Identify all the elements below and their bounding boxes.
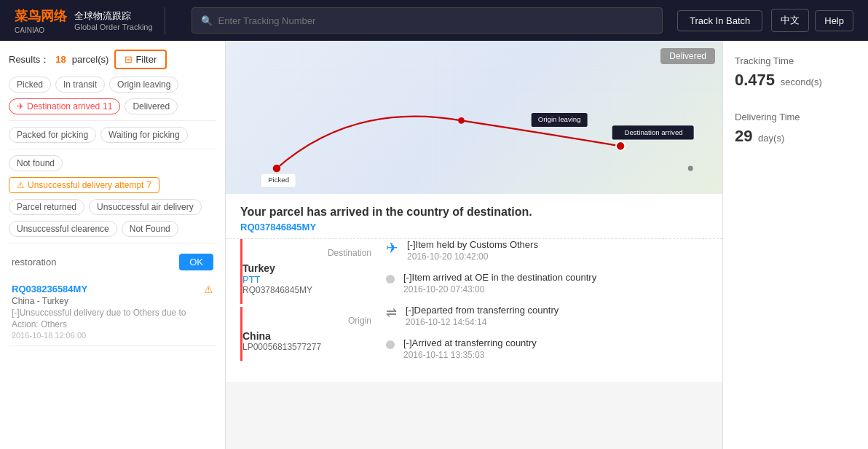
tag-unsuccessful[interactable]: ⚠ Unsuccessful delivery attempt 7 bbox=[9, 177, 159, 193]
tag-not-found-2[interactable]: Not Found bbox=[122, 221, 178, 237]
svg-point-3 bbox=[616, 141, 625, 150]
unsuccessful-label: Unsuccessful delivery attempt bbox=[28, 180, 143, 190]
event-details-2: [-]Item arrived at OE in the destination… bbox=[403, 272, 596, 294]
search-bar[interactable]: 🔍 bbox=[192, 7, 663, 34]
warning-icon: ⚠ bbox=[17, 180, 25, 190]
tag-in-transit[interactable]: In transit bbox=[55, 77, 105, 93]
dest-section: Destination Turkey PTT RQ037846845MY bbox=[240, 239, 371, 304]
main-layout: Results： 18 parcel(s) ⊟ Filter Picked In… bbox=[0, 41, 868, 449]
tag-origin-leaving[interactable]: Origin leaving bbox=[109, 77, 178, 93]
destination-label: Destination bbox=[242, 248, 371, 258]
subtitle-cn: 全球物流跟踪 bbox=[74, 9, 153, 23]
main-tracking-number: RQ037846845MY bbox=[240, 222, 708, 233]
destination-country: Turkey bbox=[242, 262, 371, 274]
tag-row-dest: ✈ Destination arrived 11 Delivered bbox=[9, 98, 216, 114]
svg-rect-0 bbox=[226, 50, 722, 184]
tracking-time-section: Tracking Time 0.475 second(s) bbox=[735, 55, 856, 90]
search-icon: 🔍 bbox=[201, 15, 213, 26]
event-text-2: [-]Item arrived at OE in the destination… bbox=[403, 272, 596, 283]
content-body: Destination Turkey PTT RQ037846845MY Ori… bbox=[226, 239, 722, 382]
tag-picked[interactable]: Picked bbox=[9, 77, 51, 93]
help-button[interactable]: Help bbox=[815, 10, 853, 31]
parcel-time: 2016-10-18 12:06:00 bbox=[12, 331, 213, 340]
dest-arrived-label: Destination arrived bbox=[27, 101, 100, 112]
info-title: Your parcel has arrived in the country o… bbox=[240, 206, 708, 219]
divider-1 bbox=[9, 120, 216, 121]
event-item-2: [-]Item arrived at OE in the destination… bbox=[386, 272, 708, 294]
event-details-3: [-]Departed from transferring country 20… bbox=[406, 305, 559, 327]
tag-row-1: Picked In transit Origin leaving bbox=[9, 77, 216, 93]
event-time-3: 2016-10-12 14:54:14 bbox=[406, 317, 559, 327]
delivered-badge: Delivered bbox=[660, 48, 715, 64]
ok-button[interactable]: OK bbox=[179, 254, 213, 270]
event-text-4: [-]Arrived at transferring country bbox=[403, 337, 537, 348]
tracking-time-label: Tracking Time bbox=[735, 55, 856, 66]
results-bar: Results： 18 parcel(s) ⊟ Filter bbox=[9, 50, 216, 69]
tag-parcel-returned[interactable]: Parcel returned bbox=[9, 199, 84, 215]
search-input[interactable] bbox=[218, 15, 653, 26]
tag-air-delivery[interactable]: Unsuccessful air delivery bbox=[89, 199, 202, 215]
map-area: Picked Origin leaving Destination arrive… bbox=[226, 41, 722, 194]
delivering-time-value-row: 29 day(s) bbox=[735, 127, 856, 146]
center-area: Picked Origin leaving Destination arrive… bbox=[226, 41, 722, 449]
tag-row-unsuccessful: ⚠ Unsuccessful delivery attempt 7 bbox=[9, 177, 216, 193]
logo-en: CAINIAO bbox=[15, 26, 67, 34]
svg-text:Picked: Picked bbox=[268, 176, 289, 184]
tracking-time-value-row: 0.475 second(s) bbox=[735, 71, 856, 90]
event-item-3: ⇌ [-]Departed from transferring country … bbox=[386, 305, 708, 327]
parcel-warning-icon: ⚠ bbox=[204, 284, 213, 295]
info-panel: Your parcel has arrived in the country o… bbox=[226, 194, 722, 239]
tag-row-3: Parcel returned Unsuccessful air deliver… bbox=[9, 199, 216, 215]
event-dot-4 bbox=[386, 340, 395, 349]
language-button[interactable]: 中文 bbox=[771, 9, 809, 32]
event-item-4: [-]Arrived at transferring country 2016-… bbox=[386, 337, 708, 360]
tag-clearence[interactable]: Unsuccessful clearence bbox=[9, 221, 117, 237]
restore-bar: restoration OK bbox=[9, 249, 216, 275]
header: 菜鸟网络 CAINIAO 全球物流跟踪 Global Order Trackin… bbox=[0, 0, 868, 41]
event-details-1: [-]Item held by Customs Others 2016-10-2… bbox=[407, 239, 538, 262]
filter-label: Filter bbox=[135, 54, 157, 65]
filter-button[interactable]: ⊟ Filter bbox=[114, 50, 167, 69]
event-time-4: 2016-10-11 13:35:03 bbox=[403, 350, 537, 360]
delivering-time-section: Delivering Time 29 day(s) bbox=[735, 112, 856, 146]
tag-row-2: Packed for picking Waiting for picking bbox=[9, 127, 216, 143]
event-time-1: 2016-10-20 10:42:00 bbox=[407, 251, 538, 262]
destination-tracking: RQ037846845MY bbox=[242, 285, 371, 295]
svg-text:Destination arrived: Destination arrived bbox=[625, 128, 683, 136]
logo: 菜鸟网络 CAINIAO bbox=[15, 7, 67, 34]
origin-tracking: LP00056813577277 bbox=[242, 342, 371, 352]
map-route-svg: Picked Origin leaving Destination arrive… bbox=[226, 41, 722, 194]
destination-origin-col: Destination Turkey PTT RQ037846845MY Ori… bbox=[240, 239, 371, 370]
tag-packed[interactable]: Packed for picking bbox=[9, 127, 96, 143]
event-text-3: [-]Departed from transferring country bbox=[406, 305, 559, 316]
tag-destination-arrived[interactable]: ✈ Destination arrived 11 bbox=[9, 98, 120, 114]
results-label: Results： bbox=[9, 53, 50, 66]
parcel-desc2: Action: Others bbox=[12, 319, 213, 329]
tag-delivered[interactable]: Delivered bbox=[125, 98, 178, 114]
plane-event-icon: ✈ bbox=[386, 239, 398, 257]
tag-row-4: Unsuccessful clearence Not Found bbox=[9, 221, 216, 237]
origin-section: Origin China LP00056813577277 bbox=[240, 307, 371, 361]
svg-text:Origin leaving: Origin leaving bbox=[538, 115, 581, 123]
svg-point-2 bbox=[458, 117, 465, 124]
results-unit: parcel(s) bbox=[72, 54, 109, 65]
results-count: 18 bbox=[55, 54, 66, 65]
track-in-batch-button[interactable]: Track In Batch bbox=[677, 10, 762, 31]
svg-point-1 bbox=[273, 165, 280, 172]
events-col: ✈ [-]Item held by Customs Others 2016-10… bbox=[371, 239, 708, 370]
event-dot-2 bbox=[386, 275, 395, 284]
transfer-event-icon: ⇌ bbox=[386, 305, 397, 321]
tag-waiting[interactable]: Waiting for picking bbox=[100, 127, 188, 143]
divider-3 bbox=[9, 243, 216, 243]
origin-country: China bbox=[242, 330, 371, 342]
parcel-route: China - Turkey bbox=[12, 296, 213, 306]
logo-cn: 菜鸟网络 bbox=[15, 7, 67, 25]
tag-not-found[interactable]: Not found bbox=[9, 155, 63, 171]
event-time-2: 2016-10-20 07:43:00 bbox=[403, 284, 596, 294]
filter-icon: ⊟ bbox=[125, 54, 133, 65]
delivering-time-unit: day(s) bbox=[758, 133, 784, 144]
parcel-card[interactable]: ⚠ RQ038236584MY China - Turkey [-]Unsucc… bbox=[9, 278, 216, 346]
tracking-time-value: 0.475 bbox=[735, 71, 775, 89]
dest-arrived-count: 11 bbox=[103, 101, 112, 112]
restore-label: restoration bbox=[12, 257, 56, 268]
